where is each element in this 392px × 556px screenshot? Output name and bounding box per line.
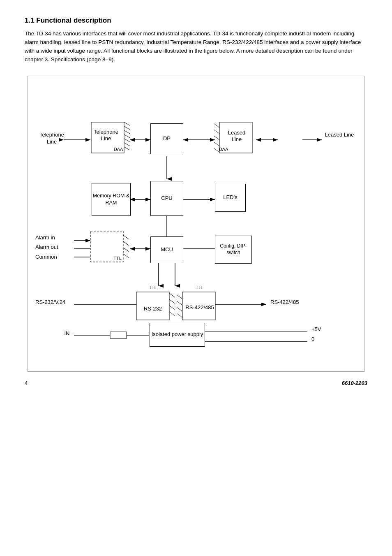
svg-text:Leased: Leased [228, 130, 246, 136]
section-heading: 1.1 Functional description [25, 16, 367, 25]
leds-box: LED's [215, 184, 246, 212]
svg-text:TTL: TTL [196, 286, 204, 290]
svg-text:RS-232: RS-232 [144, 306, 162, 312]
svg-text:DAA: DAA [219, 147, 228, 152]
svg-line-61 [177, 295, 182, 299]
svg-text:Telephone: Telephone [94, 129, 118, 135]
svg-line-62 [177, 301, 182, 305]
svg-line-39 [214, 123, 219, 127]
svg-line-35 [124, 147, 130, 150]
intro-paragraph: The TD-34 has various interfaces that wi… [25, 30, 367, 64]
alarm-in-label: Alarm in [35, 234, 72, 241]
svg-line-41 [214, 136, 219, 140]
mcu-box: MCU [150, 236, 183, 263]
zero-label: 0 [311, 336, 324, 343]
dp-box: DP [150, 123, 183, 154]
svg-line-30 [124, 126, 130, 130]
leased-line-label: Leased Line [323, 132, 356, 139]
footer: 4 6610-2203 [25, 380, 367, 386]
config-box: Config. DIP-switch [215, 236, 252, 264]
rs422-label: RS-422/485 [270, 299, 316, 306]
svg-text:Line: Line [232, 136, 242, 142]
svg-line-52 [123, 254, 129, 258]
page-number: 4 [25, 380, 28, 386]
cpu-box: CPU [150, 181, 183, 216]
svg-line-42 [214, 142, 219, 146]
svg-line-40 [214, 130, 219, 134]
svg-line-29 [124, 122, 130, 125]
svg-text:RS-422/485: RS-422/485 [185, 304, 214, 310]
functional-diagram: Telephone Line Telephone Line DAA DP Lea… [28, 76, 364, 372]
telephone-line-label: Telephone Line [35, 132, 68, 146]
svg-line-57 [169, 306, 175, 310]
in-label: IN [59, 330, 75, 337]
telephone-daa-box: Telephone Line DAA [90, 121, 131, 158]
svg-line-51 [123, 248, 129, 252]
svg-line-55 [169, 293, 175, 297]
svg-line-56 [169, 299, 175, 303]
memory-box: Memory ROM & RAM [92, 183, 131, 216]
leased-daa-box: Leased Line DAA [214, 121, 258, 158]
rs232v24-label: RS-232/V.24 [35, 299, 81, 306]
svg-line-49 [123, 235, 129, 239]
svg-line-58 [169, 312, 175, 316]
svg-text:DAA: DAA [114, 147, 123, 152]
document-number: 6610-2203 [342, 380, 367, 386]
common-label: Common [35, 254, 72, 261]
svg-line-50 [123, 241, 129, 246]
svg-line-34 [124, 143, 130, 146]
alarm-ttl-box: TTL [90, 230, 131, 266]
rs232-box: TTL RS-232 [136, 286, 180, 323]
svg-line-32 [124, 134, 130, 138]
plus5v-label: +5V [311, 326, 332, 333]
svg-rect-24 [110, 332, 127, 338]
svg-text:Line: Line [101, 135, 111, 141]
svg-text:TTL: TTL [113, 256, 122, 261]
rs422-box: TTL RS-422/485 [177, 286, 221, 323]
isolated-ps-box: Isolated power supply [150, 323, 205, 347]
svg-text:TTL: TTL [149, 286, 157, 290]
svg-line-33 [124, 139, 130, 142]
svg-line-31 [124, 130, 130, 134]
svg-line-64 [177, 313, 182, 317]
alarm-out-label: Alarm out [35, 244, 72, 251]
svg-line-63 [177, 307, 182, 311]
